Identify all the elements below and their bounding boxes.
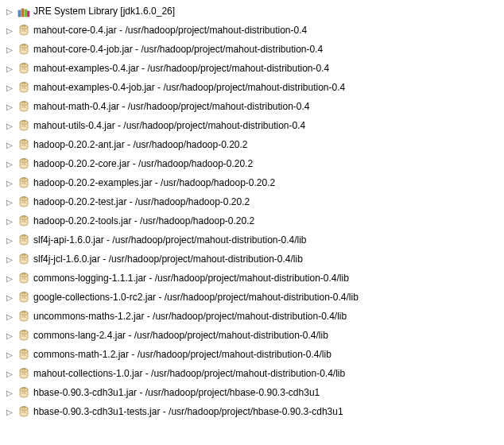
svg-rect-12 [22,64,25,65]
expand-arrow-icon[interactable]: ▷ [5,216,14,226]
svg-rect-60 [22,369,25,370]
tree-item-label: commons-lang-2.4.jar - /usr/hadoop/proje… [33,330,328,341]
svg-rect-0 [18,10,21,17]
jar-icon [17,24,30,37]
tree-item[interactable]: ▷google-collections-1.0-rc2.jar - /usr/h… [2,288,502,307]
tree-item-label: hbase-0.90.3-cdh3u1-tests.jar - /usr/had… [33,406,343,417]
svg-rect-39 [22,235,25,237]
jar-icon [17,119,30,132]
svg-rect-24 [22,140,25,141]
jar-icon [17,310,30,323]
jar-icon [17,329,30,342]
tree-item[interactable]: ▷hbase-0.90.3-cdh3u1.jar - /usr/hadoop/p… [2,383,502,402]
expand-arrow-icon[interactable]: ▷ [5,350,14,359]
svg-rect-63 [22,388,25,389]
jar-icon [17,62,30,75]
tree-item-label: mahout-utils-0.4.jar - /usr/hadoop/proje… [33,120,305,131]
tree-item[interactable]: ▷hadoop-0.20.2-core.jar - /usr/hadoop/ha… [2,154,502,173]
tree-item-label: google-collections-1.0-rc2.jar - /usr/ha… [33,292,359,303]
jar-icon [17,81,30,94]
jar-icon [17,138,30,151]
expand-arrow-icon[interactable]: ▷ [5,64,14,73]
expand-arrow-icon[interactable]: ▷ [5,273,14,283]
expand-arrow-icon[interactable]: ▷ [5,6,14,16]
svg-rect-54 [22,331,25,332]
expand-arrow-icon[interactable]: ▷ [5,254,14,264]
tree-item-label: JRE System Library [jdk1.6.0_26] [33,6,175,17]
tree-item[interactable]: ▷mahout-math-0.4.jar - /usr/hadoop/proje… [2,97,502,116]
tree-item-label: mahout-examples-0.4.jar - /usr/hadoop/pr… [33,63,329,74]
tree-item[interactable]: ▷commons-math-1.2.jar - /usr/hadoop/proj… [2,345,502,364]
svg-rect-3 [28,11,30,17]
svg-rect-36 [22,216,25,218]
expand-arrow-icon[interactable]: ▷ [5,235,14,245]
tree-item-label: commons-logging-1.1.1.jar - /usr/hadoop/… [33,273,349,284]
jar-icon [17,386,30,399]
svg-rect-33 [22,197,25,199]
jar-icon [17,272,30,284]
tree-item[interactable]: ▷hadoop-0.20.2-test.jar - /usr/hadoop/ha… [2,192,502,211]
library-icon [17,5,30,17]
tree-item[interactable]: ▷mahout-examples-0.4.jar - /usr/hadoop/p… [2,59,502,78]
tree-item[interactable]: ▷mahout-collections-1.0.jar - /usr/hadoo… [2,364,502,383]
expand-arrow-icon[interactable]: ▷ [5,388,14,397]
svg-rect-42 [22,254,25,256]
tree-item[interactable]: ▷slf4j-api-1.6.0.jar - /usr/hadoop/proje… [2,230,502,250]
tree-item[interactable]: ▷slf4j-jcl-1.6.0.jar - /usr/hadoop/proje… [2,250,502,269]
tree-item-label: hadoop-0.20.2-tools.jar - /usr/hadoop/ha… [33,215,254,226]
jar-icon [17,367,30,380]
tree-item-label: slf4j-api-1.6.0.jar - /usr/hadoop/projec… [33,234,307,246]
jar-icon [17,215,30,227]
svg-rect-57 [22,350,25,351]
tree-item[interactable]: ▷JRE System Library [jdk1.6.0_26] [2,2,502,21]
expand-arrow-icon[interactable]: ▷ [5,331,14,340]
expand-arrow-icon[interactable]: ▷ [5,121,14,130]
tree-item[interactable]: ▷hadoop-0.20.2-ant.jar - /usr/hadoop/had… [2,135,502,154]
package-explorer-tree: ▷JRE System Library [jdk1.6.0_26]▷mahout… [0,0,504,423]
tree-item[interactable]: ▷mahout-core-0.4.jar - /usr/hadoop/proje… [2,21,502,40]
svg-rect-18 [22,102,25,103]
expand-arrow-icon[interactable]: ▷ [5,292,14,302]
svg-rect-66 [22,407,25,408]
svg-rect-30 [22,178,25,180]
jar-icon [17,291,30,304]
tree-item-label: slf4j-jcl-1.6.0.jar - /usr/hadoop/projec… [33,253,303,265]
svg-rect-45 [22,273,25,275]
expand-arrow-icon[interactable]: ▷ [5,25,14,35]
tree-item[interactable]: ▷hadoop-0.20.2-examples.jar - /usr/hadoo… [2,173,502,192]
svg-rect-15 [22,83,25,84]
expand-arrow-icon[interactable]: ▷ [5,159,14,168]
expand-arrow-icon[interactable]: ▷ [5,312,14,321]
tree-item-label: hbase-0.90.3-cdh3u1.jar - /usr/hadoop/pr… [33,387,320,398]
svg-rect-48 [22,292,25,294]
expand-arrow-icon[interactable]: ▷ [5,197,14,207]
expand-arrow-icon[interactable]: ▷ [5,83,14,92]
expand-arrow-icon[interactable]: ▷ [5,44,14,54]
tree-item-label: mahout-core-0.4-job.jar - /usr/hadoop/pr… [33,44,323,55]
jar-icon [17,234,30,246]
jar-icon [17,253,30,265]
expand-arrow-icon[interactable]: ▷ [5,102,14,111]
tree-item-label: uncommons-maths-1.2.jar - /usr/hadoop/pr… [33,311,347,322]
tree-item[interactable]: ▷hbase-0.90.3-cdh3u1-tests.jar - /usr/ha… [2,402,502,421]
expand-arrow-icon[interactable]: ▷ [5,140,14,149]
tree-item-label: commons-math-1.2.jar - /usr/hadoop/proje… [33,349,331,360]
tree-item[interactable]: ▷uncommons-maths-1.2.jar - /usr/hadoop/p… [2,307,502,326]
svg-rect-6 [22,25,25,27]
jar-icon [17,348,30,361]
jar-icon [17,43,30,56]
tree-item[interactable]: ▷mahout-examples-0.4-job.jar - /usr/hado… [2,78,502,97]
tree-item[interactable]: ▷mahout-utils-0.4.jar - /usr/hadoop/proj… [2,116,502,135]
expand-arrow-icon[interactable]: ▷ [5,178,14,188]
svg-rect-27 [22,159,25,161]
expand-arrow-icon[interactable]: ▷ [5,407,14,416]
svg-rect-51 [22,312,25,313]
tree-item[interactable]: ▷commons-lang-2.4.jar - /usr/hadoop/proj… [2,326,502,345]
expand-arrow-icon[interactable]: ▷ [5,369,14,378]
tree-item-label: mahout-core-0.4.jar - /usr/hadoop/projec… [33,25,307,36]
jar-icon [17,195,30,208]
tree-item[interactable]: ▷hadoop-0.20.2-tools.jar - /usr/hadoop/h… [2,211,502,230]
tree-item[interactable]: ▷commons-logging-1.1.1.jar - /usr/hadoop… [2,269,502,288]
jar-icon [17,405,30,418]
tree-item[interactable]: ▷mahout-core-0.4-job.jar - /usr/hadoop/p… [2,40,502,59]
